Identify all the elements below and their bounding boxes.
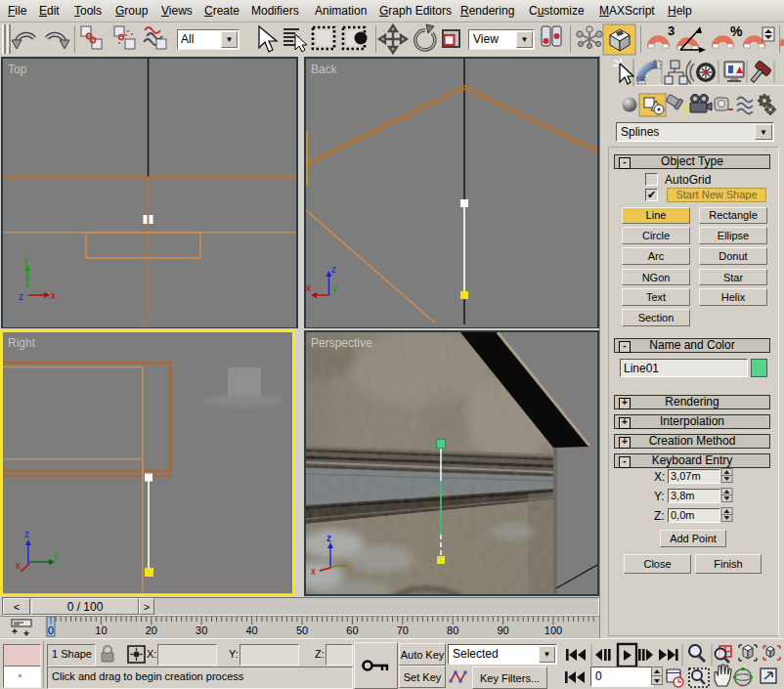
- svg-text:y: y: [349, 562, 354, 573]
- svg-text:100: 100: [544, 624, 562, 636]
- svg-text:Right: Right: [8, 336, 36, 350]
- svg-text:50: 50: [296, 624, 308, 636]
- svg-text:z: z: [24, 529, 29, 539]
- svg-text:z: z: [19, 291, 23, 302]
- svg-text:Top: Top: [8, 63, 27, 76]
- svg-text:Back: Back: [311, 63, 338, 76]
- svg-text:x: x: [311, 566, 316, 577]
- svg-text:y: y: [54, 549, 59, 560]
- svg-text:80: 80: [447, 624, 458, 636]
- svg-text:%: %: [730, 23, 743, 39]
- svg-text:40: 40: [245, 624, 257, 636]
- svg-text:x: x: [51, 290, 56, 301]
- svg-text:y: y: [332, 283, 337, 294]
- svg-text:z: z: [331, 264, 336, 275]
- svg-text:20: 20: [146, 624, 157, 636]
- svg-text:3: 3: [668, 23, 675, 38]
- svg-text:y: y: [23, 254, 28, 265]
- svg-text:90: 90: [497, 624, 508, 636]
- svg-text:70: 70: [397, 624, 409, 636]
- svg-text:Perspective: Perspective: [311, 336, 372, 350]
- svg-text:x: x: [16, 560, 21, 571]
- svg-text:x: x: [306, 282, 311, 293]
- svg-text:z: z: [327, 533, 331, 543]
- svg-text:0: 0: [48, 624, 54, 636]
- svg-text:10: 10: [95, 624, 107, 636]
- svg-text:60: 60: [346, 624, 358, 636]
- svg-text:30: 30: [196, 624, 207, 636]
